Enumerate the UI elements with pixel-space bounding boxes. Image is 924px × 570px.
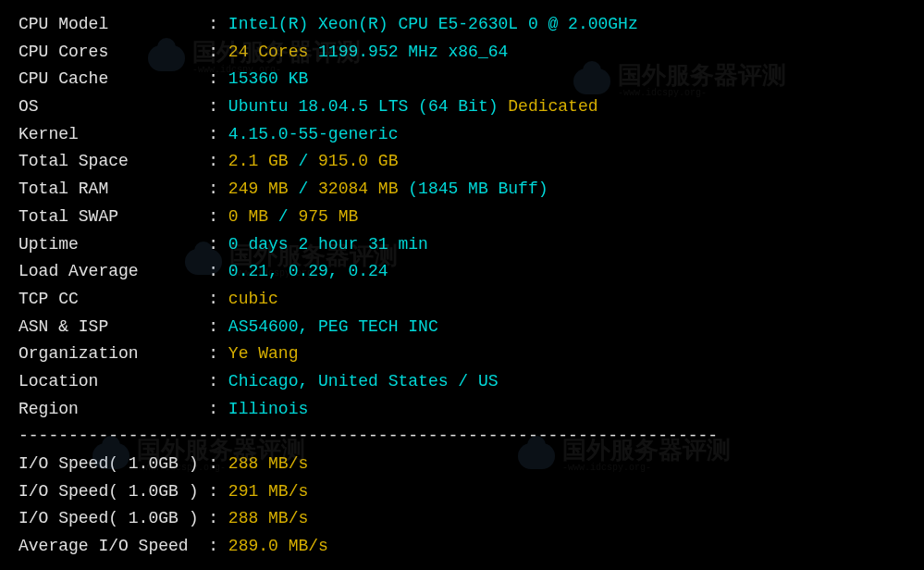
asn-isp-value: AS54600, PEG TECH INC [228, 317, 438, 336]
region-value: Illinois [228, 400, 308, 418]
total-space-line: Total Space : 2.1 GB / 915.0 GB [18, 148, 906, 176]
os-dedicated: Dedicated [499, 97, 598, 116]
swap-used: 0 MB [228, 207, 268, 226]
load-avg-line: Load Average : 0.21, 0.29, 0.24 [18, 258, 906, 286]
asn-isp-line: ASN & ISP : AS54600, PEG TECH INC [18, 314, 906, 341]
ram-used: 249 MB [228, 180, 289, 198]
io-speed-2-line: I/O Speed( 1.0GB ) : 291 MB/s [18, 478, 906, 506]
kernel-value: 4.15.0-55-generic [228, 125, 399, 143]
ram-buff: (1845 MB Buff) [398, 180, 548, 198]
cpu-cache-line: CPU Cache : 15360 KB [18, 66, 906, 93]
cpu-cache-value: 15360 KB [228, 69, 308, 88]
cpu-model-line: CPU Model : Intel(R) Xeon(R) CPU E5-2630… [18, 11, 906, 39]
cpu-cores-line: CPU Cores : 24 Cores 1199.952 MHz x86_64 [18, 39, 906, 67]
ram-sep: / [289, 180, 318, 198]
space-sep: / [289, 152, 318, 170]
divider-2: ----------------------------------------… [18, 561, 906, 570]
organization-line: Organization : Ye Wang [18, 341, 906, 368]
organization-value: Ye Wang [228, 344, 299, 363]
divider-1: ----------------------------------------… [18, 423, 906, 451]
cpu-cores-label: CPU Cores [18, 39, 208, 67]
region-line: Region : Illinois [18, 396, 906, 424]
os-label: OS [18, 93, 208, 121]
ram-total: 32084 MB [318, 180, 398, 198]
io-speed-2-label: I/O Speed( 1.0GB ) [18, 478, 208, 506]
total-ram-label: Total RAM [18, 176, 208, 204]
swap-total: 975 MB [298, 207, 358, 226]
region-label: Region [18, 396, 208, 424]
cpu-cores-count: 24 Cores [228, 43, 308, 61]
load-avg-label: Load Average [18, 258, 208, 286]
avg-io-line: Average I/O Speed : 289.0 MB/s [18, 533, 906, 561]
asn-isp-label: ASN & ISP [18, 314, 208, 341]
io-speed-3-label: I/O Speed( 1.0GB ) [18, 505, 208, 533]
cpu-cache-label: CPU Cache [18, 66, 208, 93]
swap-sep: / [268, 207, 298, 226]
io-speed-3-line: I/O Speed( 1.0GB ) : 288 MB/s [18, 505, 906, 533]
space-total: 915.0 GB [318, 152, 398, 170]
location-label: Location [18, 368, 208, 396]
io-speed-1-line: I/O Speed( 1.0GB ) : 288 MB/s [18, 451, 906, 478]
os-line: OS : Ubuntu 18.04.5 LTS (64 Bit) Dedicat… [18, 93, 906, 121]
cpu-cores-freq: 1199.952 MHz x86_64 [308, 43, 508, 61]
total-swap-line: Total SWAP : 0 MB / 975 MB [18, 204, 906, 231]
tcp-cc-value: cubic [228, 290, 278, 308]
io-speed-1-label: I/O Speed( 1.0GB ) [18, 451, 208, 478]
location-line: Location : Chicago, United States / US [18, 368, 906, 396]
tcp-cc-line: TCP CC : cubic [18, 286, 906, 314]
tcp-cc-label: TCP CC [18, 286, 208, 314]
organization-label: Organization [18, 341, 208, 368]
total-space-label: Total Space [18, 148, 208, 176]
space-used: 2.1 GB [228, 152, 289, 170]
avg-io-label: Average I/O Speed [18, 533, 208, 561]
total-ram-line: Total RAM : 249 MB / 32084 MB (1845 MB B… [18, 176, 906, 204]
location-value: Chicago, United States / US [228, 372, 499, 390]
cpu-model-label: CPU Model [18, 11, 208, 39]
io-speed-3-value: 288 MB/s [228, 509, 308, 527]
io-speed-1-value: 288 MB/s [228, 454, 308, 473]
kernel-line: Kernel : 4.15.0-55-generic [18, 121, 906, 149]
uptime-line: Uptime : 0 days 2 hour 31 min [18, 231, 906, 259]
avg-io-value: 289.0 MB/s [228, 537, 328, 555]
cpu-model-value: Intel(R) Xeon(R) CPU E5-2630L 0 @ 2.00GH… [228, 15, 638, 33]
io-speed-2-value: 291 MB/s [228, 482, 308, 501]
kernel-label: Kernel [18, 121, 208, 149]
os-value: Ubuntu 18.04.5 LTS (64 Bit) [228, 97, 499, 116]
load-avg-value: 0.21, 0.29, 0.24 [228, 262, 388, 280]
uptime-label: Uptime [18, 231, 208, 259]
total-swap-label: Total SWAP [18, 204, 208, 231]
uptime-value: 0 days 2 hour 31 min [228, 235, 428, 254]
